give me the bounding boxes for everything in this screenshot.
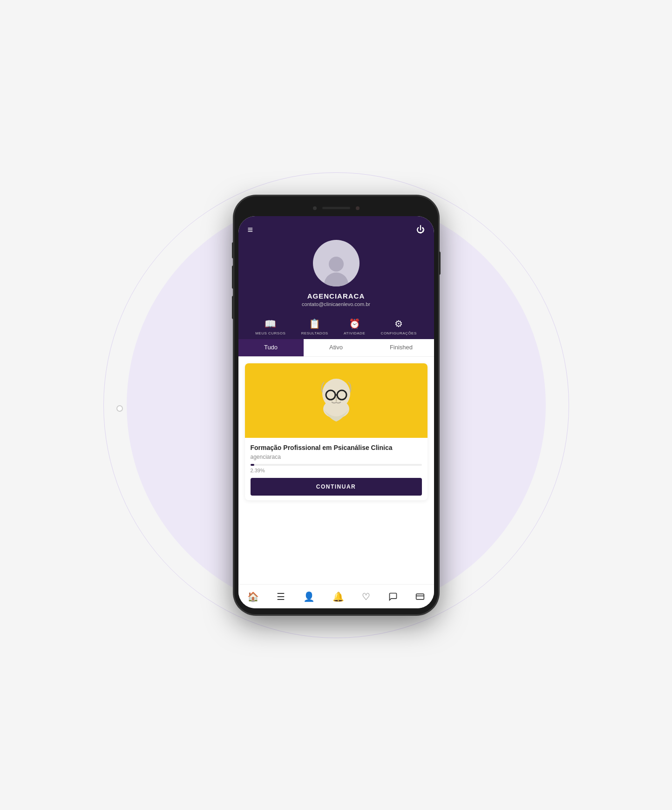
nav-meus-cursos[interactable]: 📖 MEUS CURSOS: [255, 318, 285, 335]
content-area: Formação Profissional em Psicanálise Cli…: [238, 357, 434, 584]
profile-name: AGENCIARACA: [307, 292, 365, 300]
bottom-nav-notifications[interactable]: 🔔: [330, 591, 347, 602]
meus-cursos-icon: 📖: [265, 318, 276, 329]
bottom-nav-profile[interactable]: 👤: [300, 591, 318, 602]
nav-icons: 📖 MEUS CURSOS 📋 RESULTADOS ⏰ ATIVIDADE ⚙…: [248, 313, 425, 339]
bottom-nav-menu[interactable]: ☰: [274, 591, 288, 602]
atividade-label: ATIVIDADE: [344, 331, 365, 335]
meus-cursos-label: MEUS CURSOS: [255, 331, 285, 335]
svg-rect-6: [416, 594, 424, 599]
course-card: Formação Profissional em Psicanálise Cli…: [245, 363, 428, 500]
phone-screen: ≡ ⏻ AGENCIARACA contato@clinicaenlevo.co…: [238, 216, 434, 608]
atividade-icon: ⏰: [349, 318, 360, 329]
nav-configuracoes[interactable]: ⚙ CONFIGURAÇÕES: [381, 318, 417, 335]
progress-bar-fill: [251, 464, 255, 466]
configuracoes-label: CONFIGURAÇÕES: [381, 331, 417, 335]
nav-atividade[interactable]: ⏰ ATIVIDADE: [344, 318, 365, 335]
bottom-nav: 🏠 ☰ 👤 🔔 ♡: [238, 584, 434, 608]
progress-bar-wrap: [251, 464, 422, 466]
bottom-nav-home[interactable]: 🏠: [244, 591, 262, 602]
profile-header: ≡ ⏻ AGENCIARACA contato@clinicaenlevo.co…: [238, 216, 434, 339]
speaker: [322, 207, 350, 209]
side-button-2: [232, 265, 234, 289]
avatar-torso: [324, 272, 348, 286]
bottom-nav-wallet[interactable]: [413, 592, 428, 601]
continue-button[interactable]: CONTINUAR: [251, 478, 422, 496]
avatar-head: [329, 257, 344, 272]
resultados-label: RESULTADOS: [301, 331, 328, 335]
profile-email: contato@clinicaenlevo.com.br: [302, 301, 370, 307]
phone-wrapper: ≡ ⏻ AGENCIARACA contato@clinicaenlevo.co…: [234, 196, 439, 615]
avatar: [313, 240, 360, 286]
power-button: [439, 252, 441, 275]
bottom-nav-messages[interactable]: [386, 592, 400, 601]
course-author: agenciaraca: [251, 454, 422, 460]
tab-bar: Tudo Ativo Finished: [238, 339, 434, 357]
course-image: [245, 363, 428, 438]
tab-tudo[interactable]: Tudo: [238, 339, 304, 356]
power-icon[interactable]: ⏻: [416, 225, 425, 235]
camera-bar: [238, 202, 434, 214]
header-top-row: ≡ ⏻: [248, 225, 425, 235]
side-button-1: [232, 242, 234, 259]
phone-frame: ≡ ⏻ AGENCIARACA contato@clinicaenlevo.co…: [234, 196, 439, 615]
hamburger-icon[interactable]: ≡: [248, 225, 253, 235]
tab-ativo[interactable]: Ativo: [304, 339, 369, 356]
bottom-nav-favorites[interactable]: ♡: [359, 591, 373, 602]
tab-finished[interactable]: Finished: [369, 339, 434, 356]
side-button-3: [232, 296, 234, 319]
course-info: Formação Profissional em Psicanálise Cli…: [245, 438, 428, 500]
resultados-icon: 📋: [309, 318, 320, 329]
decorative-dot: [116, 405, 123, 412]
progress-percent: 2.39%: [251, 468, 422, 473]
nav-resultados[interactable]: 📋 RESULTADOS: [301, 318, 328, 335]
configuracoes-icon: ⚙: [394, 318, 403, 329]
sensor-dot: [356, 206, 360, 210]
course-illustration: [304, 368, 369, 433]
camera-dot: [313, 206, 317, 210]
course-title: Formação Profissional em Psicanálise Cli…: [251, 443, 422, 452]
avatar-body: [320, 257, 353, 286]
